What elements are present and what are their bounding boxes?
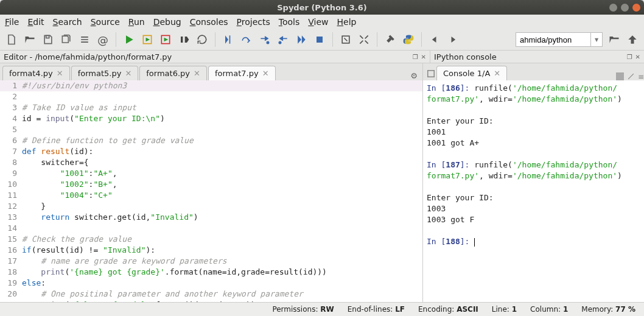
stop-console-icon[interactable] [616, 72, 624, 80]
code-line[interactable]: 2 [0, 91, 422, 102]
save-all-icon[interactable] [60, 33, 73, 46]
menu-item-projects[interactable]: Projects [237, 17, 270, 27]
code-line[interactable]: 5 [0, 124, 422, 135]
run-cell-advance-icon[interactable] [159, 33, 172, 46]
close-dock-icon[interactable]: ✕ [421, 54, 426, 60]
back-icon[interactable] [428, 33, 441, 46]
code-line[interactable]: 9 "1001":"A+", [0, 168, 422, 179]
console-options-icon[interactable]: ≡ [638, 72, 644, 80]
code-line[interactable]: 10 "1002":"B+", [0, 179, 422, 190]
console-line: 1003 got F [427, 214, 640, 225]
console-line: In [186]: runfile('/home/fahmida/python/… [427, 83, 640, 105]
new-file-icon[interactable] [5, 33, 18, 46]
code-line[interactable]: 19else: [0, 278, 422, 289]
debug-continue-icon[interactable] [295, 33, 308, 46]
tab-label: format7.py [215, 69, 259, 78]
code-line[interactable]: 20 # One positinal parameter and another… [0, 289, 422, 300]
run-icon[interactable] [122, 33, 136, 46]
open-folder-icon[interactable] [23, 33, 37, 46]
editor-tab-bar: format4.py✕format5.py✕format6.py✕format7… [0, 63, 422, 80]
code-line[interactable]: 11 "1004":"C+" [0, 190, 422, 201]
close-button[interactable] [632, 4, 640, 12]
preferences-icon[interactable] [383, 33, 397, 46]
forward-icon[interactable] [446, 33, 460, 46]
toolbar: @ ▼ [0, 29, 644, 51]
console-line: In [187]: runfile('/home/fahmida/python/… [427, 160, 640, 181]
menu-item-view[interactable]: View [308, 17, 328, 27]
step-over-icon[interactable] [240, 33, 253, 46]
code-line[interactable]: 17 # name are grade are keyword paramete… [0, 256, 422, 267]
ipython-console[interactable]: In [186]: runfile('/home/fahmida/python/… [423, 80, 644, 302]
working-dir-input[interactable] [516, 35, 590, 44]
run-cell-icon[interactable] [141, 33, 154, 46]
menu-item-help[interactable]: Help [337, 17, 357, 27]
editor-tab[interactable]: format4.py✕ [2, 66, 70, 80]
menu-item-source[interactable]: Source [91, 17, 120, 27]
code-editor[interactable]: 1#!/usr/bin/env python323# Take ID value… [0, 80, 422, 302]
code-line[interactable]: 18 print('{name} got {grade}'.format(nam… [0, 267, 422, 278]
menu-item-consoles[interactable]: Consoles [190, 17, 228, 27]
editor-tab[interactable]: format5.py✕ [71, 66, 139, 80]
console-line [427, 181, 640, 192]
minimize-button[interactable] [609, 4, 617, 12]
code-line[interactable]: 15# Check the grade value [0, 234, 422, 245]
window-buttons [609, 4, 640, 12]
console-line: Enter your ID: [427, 116, 640, 127]
menu-item-tools[interactable]: Tools [279, 17, 300, 27]
close-dock-icon[interactable]: ✕ [635, 54, 640, 60]
editor-tab[interactable]: format7.py✕ [208, 66, 276, 80]
close-icon[interactable]: ✕ [125, 69, 131, 78]
code-line[interactable]: 7def result(id): [0, 146, 422, 157]
menu-item-search[interactable]: Search [53, 17, 82, 27]
step-into-icon[interactable] [258, 33, 271, 46]
console-tab-bar: Console 1/A ✕ ≡ [423, 63, 644, 80]
menu-item-debug[interactable]: Debug [153, 17, 181, 27]
clear-console-icon[interactable] [627, 72, 635, 80]
at-icon[interactable]: @ [96, 33, 110, 46]
close-icon[interactable]: ✕ [494, 69, 500, 78]
dock-titles: Editor - /home/fahmida/python/format7.py… [0, 51, 644, 63]
console-line [427, 105, 640, 116]
editor-panel: format4.py✕format5.py✕format6.py✕format7… [0, 63, 423, 302]
console-menu-icon[interactable] [425, 67, 436, 80]
code-line[interactable]: 3# Take ID value as input [0, 102, 422, 113]
working-dir-selector[interactable]: ▼ [516, 32, 603, 47]
code-line[interactable]: 1#!/usr/bin/env python3 [0, 80, 422, 91]
tab-label: format5.py [78, 69, 122, 78]
close-icon[interactable]: ✕ [57, 69, 63, 78]
debug-file-icon[interactable] [222, 33, 235, 46]
gear-icon[interactable]: ⚙ [410, 71, 418, 80]
chevron-down-icon[interactable]: ▼ [590, 33, 602, 46]
menu-item-file[interactable]: File [5, 17, 19, 27]
rerun-icon[interactable] [195, 33, 209, 46]
console-line [427, 225, 640, 236]
browse-folder-icon[interactable] [607, 33, 621, 46]
code-line[interactable]: 13 return switcher.get(id,"Invalid") [0, 212, 422, 223]
parent-dir-icon[interactable] [626, 33, 639, 46]
menu-item-run[interactable]: Run [128, 17, 145, 27]
close-icon[interactable]: ✕ [262, 69, 269, 78]
console-tab[interactable]: Console 1/A ✕ [436, 66, 507, 80]
status-encoding: Encoding: ASCII [418, 305, 478, 314]
code-line[interactable]: 6# Define function to get grade value [0, 135, 422, 146]
debug-stop-icon[interactable] [313, 33, 326, 46]
undock-icon[interactable]: ❐ [413, 54, 418, 60]
menu-item-edit[interactable]: Edit [27, 17, 44, 27]
maximize-pane-icon[interactable] [339, 33, 352, 46]
editor-tab[interactable]: format6.py✕ [139, 66, 207, 80]
fullscreen-icon[interactable] [357, 33, 371, 46]
maximize-button[interactable] [621, 4, 629, 12]
list-icon[interactable] [78, 33, 91, 46]
code-line[interactable]: 16if(result(id) != "Invalid"): [0, 245, 422, 256]
save-icon[interactable] [41, 33, 55, 46]
code-line[interactable]: 4id = input("Enter your ID:\n") [0, 113, 422, 124]
code-line[interactable]: 12 } [0, 201, 422, 212]
close-icon[interactable]: ✕ [194, 69, 200, 78]
code-line[interactable]: 14 [0, 223, 422, 234]
step-out-icon[interactable] [276, 33, 290, 46]
tab-label: format4.py [9, 69, 53, 78]
code-line[interactable]: 8 switcher={ [0, 157, 422, 168]
python-path-icon[interactable] [402, 33, 415, 46]
run-selection-icon[interactable] [177, 33, 191, 46]
undock-icon[interactable]: ❐ [627, 54, 632, 60]
